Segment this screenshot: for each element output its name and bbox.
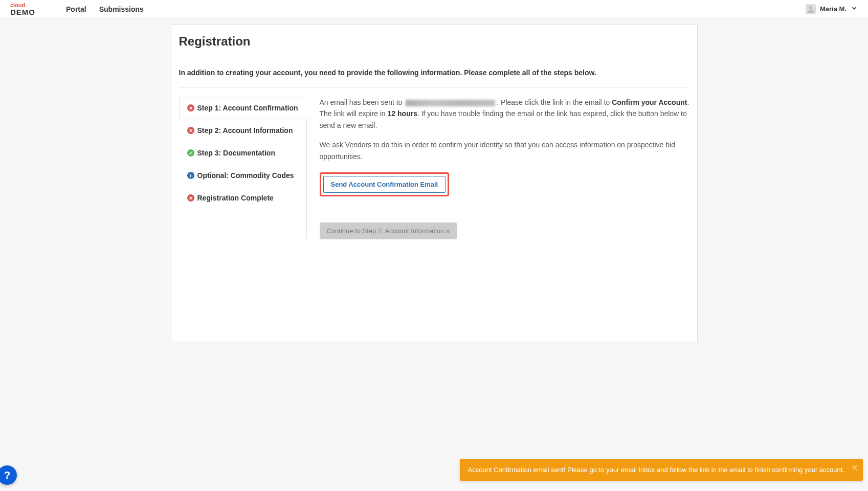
instructions-text: In addition to creating your account, yo… xyxy=(171,58,697,77)
highlight-box: Send Account Confirmation Email xyxy=(320,172,450,196)
nav-submissions[interactable]: Submissions xyxy=(99,5,144,13)
avatar-icon xyxy=(806,4,816,14)
error-icon: ✕ xyxy=(187,127,194,134)
layout: ✕ Step 1: Account Confirmation ✕ Step 2:… xyxy=(171,87,697,342)
step-content: An email has been sent to . Please click… xyxy=(320,97,689,239)
step-label: Optional: Commodity Codes xyxy=(197,171,294,180)
step-label: Step 1: Account Confirmation xyxy=(197,104,298,112)
text: . Please click the link in the email to xyxy=(497,98,612,106)
step-label: Registration Complete xyxy=(197,194,274,202)
send-confirmation-email-button[interactable]: Send Account Confirmation Email xyxy=(323,176,446,193)
vendor-confirm-paragraph: We ask Vendors to do this in order to co… xyxy=(320,139,689,162)
divider xyxy=(320,212,689,212)
text: An email has been sent to xyxy=(320,98,405,106)
step-label: Step 2: Account Information xyxy=(197,126,293,135)
chevron-down-icon xyxy=(851,5,858,13)
svg-point-0 xyxy=(809,6,812,9)
redacted-email xyxy=(406,100,495,106)
info-icon: i xyxy=(187,172,194,179)
step-optional-commodity-codes[interactable]: i Optional: Commodity Codes xyxy=(179,164,306,187)
step-1-account-confirmation[interactable]: ✕ Step 1: Account Confirmation xyxy=(179,97,307,119)
continue-step-2-button[interactable]: Continue to Step 2: Account Information … xyxy=(320,222,457,239)
step-3-documentation[interactable]: ✓ Step 3: Documentation xyxy=(179,142,306,164)
user-name: Maria M. xyxy=(820,5,847,13)
success-icon: ✓ xyxy=(187,149,194,157)
text-bold: Confirm your Account xyxy=(612,98,687,106)
steps-sidebar: ✕ Step 1: Account Confirmation ✕ Step 2:… xyxy=(179,97,307,239)
page-title: Registration xyxy=(171,25,697,58)
logo-demo: DEMO xyxy=(10,8,35,16)
user-menu[interactable]: Maria M. xyxy=(806,4,858,14)
step-label: Step 3: Documentation xyxy=(197,149,275,157)
main-panel: Registration In addition to creating you… xyxy=(171,25,698,342)
logo-cloud: cloud xyxy=(10,3,35,8)
error-icon: ✕ xyxy=(187,194,194,202)
nav-portal[interactable]: Portal xyxy=(66,5,86,13)
error-icon: ✕ xyxy=(187,104,194,111)
logo[interactable]: cloud DEMO xyxy=(10,3,35,16)
step-registration-complete[interactable]: ✕ Registration Complete xyxy=(179,187,306,209)
nav-links: Portal Submissions xyxy=(66,5,144,13)
top-header: cloud DEMO Portal Submissions Maria M. xyxy=(0,0,868,18)
text-bold: 12 hours xyxy=(388,109,417,118)
step-2-account-information[interactable]: ✕ Step 2: Account Information xyxy=(179,119,306,142)
email-sent-paragraph: An email has been sent to . Please click… xyxy=(320,97,689,131)
